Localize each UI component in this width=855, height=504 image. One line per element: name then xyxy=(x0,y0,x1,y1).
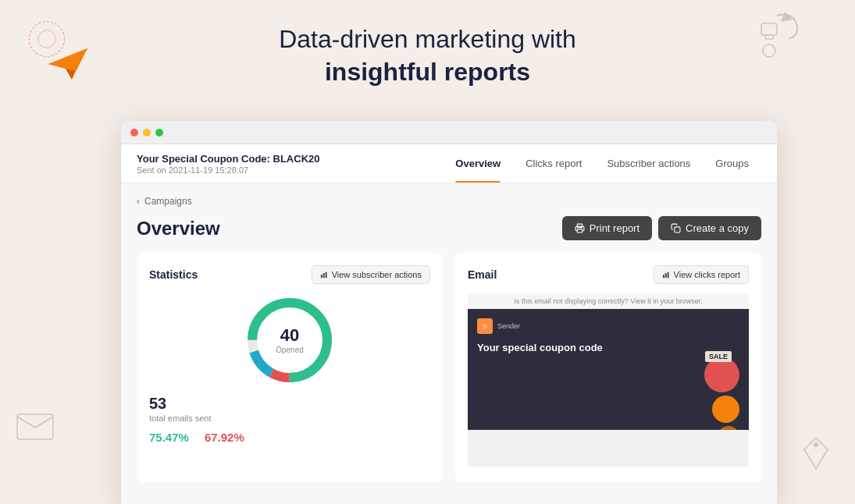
envelope-icon-left xyxy=(16,410,55,442)
cards-row: Statistics View subscriber actions xyxy=(137,253,761,482)
print-report-button[interactable]: Print report xyxy=(562,216,652,240)
click-rate: 67.92% xyxy=(205,431,244,444)
svg-rect-9 xyxy=(675,227,680,232)
bubble-3 xyxy=(718,426,739,430)
email-card-header: Email View clicks report xyxy=(468,265,749,284)
view-clicks-report-label: View clicks report xyxy=(674,270,740,279)
svg-rect-12 xyxy=(325,272,326,279)
donut-chart: 40 Opened xyxy=(243,293,337,387)
statistics-card: Statistics View subscriber actions xyxy=(137,253,443,482)
email-title: Email xyxy=(468,268,497,281)
header-actions: Print report Create a copy xyxy=(562,216,761,240)
email-card: Email View clicks report Is this email n… xyxy=(455,253,761,482)
doodle-bottom-right xyxy=(800,434,832,473)
create-copy-label: Create a copy xyxy=(686,222,749,234)
content-header: Overview Print report Create a copy xyxy=(137,216,761,240)
sender-brand-icon: S xyxy=(477,318,493,334)
svg-rect-11 xyxy=(322,273,324,278)
total-emails-number: 53 xyxy=(149,395,430,413)
tab-groups[interactable]: Groups xyxy=(703,144,761,183)
statistics-card-header: Statistics View subscriber actions xyxy=(149,265,430,284)
breadcrumb-text: Campaigns xyxy=(144,196,192,207)
campaign-title: Your Special Coupon Code: BLACK20 xyxy=(137,153,443,165)
tab-subscriber-actions[interactable]: Subscriber actions xyxy=(594,144,703,183)
email-brand-bar: S Sender xyxy=(477,318,739,334)
print-report-label: Print report xyxy=(590,222,639,234)
app-content: ‹ Campaigns Overview Print report xyxy=(121,183,777,504)
app-navbar: Your Special Coupon Code: BLACK20 Sent o… xyxy=(121,144,777,183)
create-copy-button[interactable]: Create a copy xyxy=(658,216,761,240)
page-header: Data-driven marketing with insightful re… xyxy=(0,0,855,88)
browser-titlebar xyxy=(121,121,777,144)
email-preview: Is this email not displaying correctly? … xyxy=(468,293,749,467)
bar-chart-icon-2 xyxy=(662,271,670,279)
email-bubbles-area: SALE xyxy=(669,342,739,421)
donut-number: 40 xyxy=(276,327,304,344)
bar-chart-icon xyxy=(320,271,328,279)
brand-text: Sender xyxy=(497,322,520,330)
svg-rect-17 xyxy=(662,275,664,278)
header-line2: insightful reports xyxy=(325,58,530,86)
pct1-value: 75.47% xyxy=(149,431,189,445)
total-emails-stat: 53 total emails sent xyxy=(149,395,430,423)
open-rate: 75.47% xyxy=(149,431,189,444)
bubble-1 xyxy=(704,357,739,392)
email-preview-inner: S Sender Your special coupon code SALE xyxy=(468,309,749,430)
browser-dot-green[interactable] xyxy=(155,129,163,137)
bubble-2 xyxy=(712,396,739,423)
navbar-tabs: Overview Clicks report Subscriber action… xyxy=(443,144,761,183)
sale-badge: SALE xyxy=(705,351,732,362)
svg-rect-10 xyxy=(320,275,322,278)
svg-rect-19 xyxy=(667,272,668,279)
view-subscriber-actions-label: View subscriber actions xyxy=(332,270,422,279)
breadcrumb[interactable]: ‹ Campaigns xyxy=(137,196,761,207)
donut-center: 40 Opened xyxy=(276,327,304,354)
svg-rect-8 xyxy=(577,229,582,232)
copy-icon xyxy=(671,223,681,233)
breadcrumb-arrow: ‹ xyxy=(137,196,140,207)
navbar-left: Your Special Coupon Code: BLACK20 Sent o… xyxy=(137,153,443,175)
view-clicks-report-button[interactable]: View clicks report xyxy=(654,265,749,284)
email-content-area: Your special coupon code SALE xyxy=(477,342,739,421)
tab-overview[interactable]: Overview xyxy=(443,144,513,183)
campaign-date: Sent on 2021-11-19 15:28:07 xyxy=(137,165,443,175)
print-icon xyxy=(575,223,585,233)
header-line1: Data-driven marketing with xyxy=(279,25,576,53)
browser-dot-yellow[interactable] xyxy=(143,129,151,137)
statistics-title: Statistics xyxy=(149,268,198,281)
email-preview-top-text: Is this email not displaying correctly? … xyxy=(468,293,749,309)
stat-percentages: 75.47% 67.92% xyxy=(149,431,430,445)
email-main-title: Your special coupon code xyxy=(477,342,661,355)
tab-clicks-report[interactable]: Clicks report xyxy=(513,144,594,183)
donut-label: Opened xyxy=(276,346,304,354)
browser-window: Your Special Coupon Code: BLACK20 Sent o… xyxy=(121,121,777,504)
page-title: Overview xyxy=(137,218,220,240)
donut-chart-container: 40 Opened xyxy=(149,293,430,387)
svg-point-6 xyxy=(814,442,818,447)
pct2-value: 67.92% xyxy=(205,431,244,445)
browser-dot-red[interactable] xyxy=(130,129,138,137)
svg-rect-18 xyxy=(664,273,666,278)
email-text-area: Your special coupon code xyxy=(477,342,661,421)
svg-rect-5 xyxy=(17,414,53,439)
total-emails-label: total emails sent xyxy=(149,413,430,423)
view-subscriber-actions-button[interactable]: View subscriber actions xyxy=(312,265,430,284)
